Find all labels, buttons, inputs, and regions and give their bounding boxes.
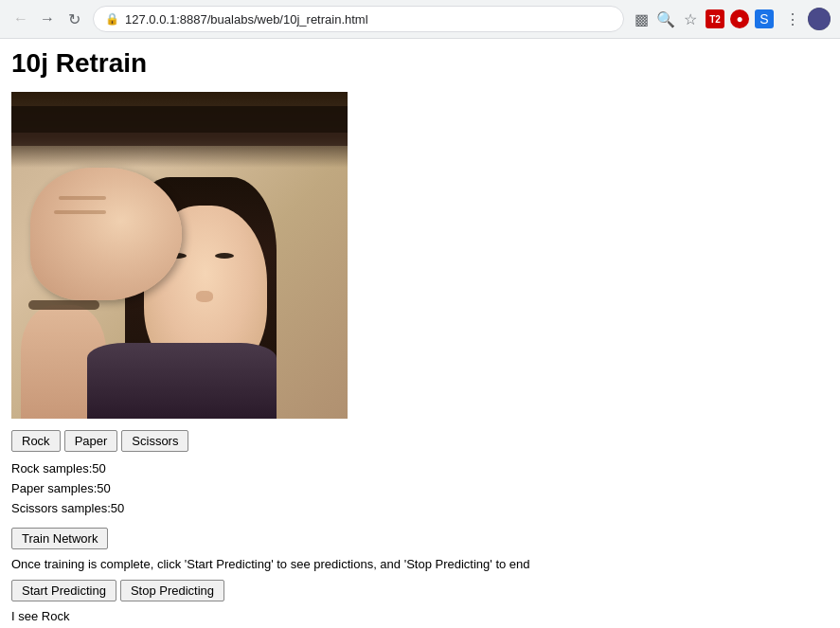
class-buttons-row: Rock Paper Scissors bbox=[11, 430, 829, 452]
prediction-result: I see Rock bbox=[11, 609, 829, 623]
samples-info: Rock samples:50 Paper samples:50 Scissor… bbox=[11, 459, 829, 518]
page-title: 10j Retrain bbox=[11, 48, 829, 79]
search-icon[interactable]: 🔍 bbox=[656, 9, 675, 28]
scissors-samples: Scissors samples:50 bbox=[11, 499, 829, 519]
webcam-placeholder bbox=[11, 92, 348, 419]
reload-button[interactable]: ↻ bbox=[63, 8, 85, 30]
instruction-text: Once training is complete, click 'Start … bbox=[11, 555, 829, 574]
train-network-button[interactable]: Train Network bbox=[11, 528, 108, 549]
lock-icon: 🔒 bbox=[105, 12, 119, 26]
rock-samples: Rock samples:50 bbox=[11, 459, 829, 479]
rock-button[interactable]: Rock bbox=[11, 430, 61, 452]
page-content: 10j Retrain bbox=[0, 39, 840, 628]
browser-toolbar: ← → ↻ 🔒 127.0.0.1:8887/bualabs/web/10j_r… bbox=[0, 0, 840, 38]
hand bbox=[30, 168, 182, 300]
train-button-container: Train Network bbox=[11, 522, 829, 555]
video-icon[interactable]: ▩ bbox=[632, 9, 651, 28]
profile-icon[interactable] bbox=[808, 8, 831, 30]
url-text: 127.0.0.1:8887/bualabs/web/10j_retrain.h… bbox=[125, 12, 612, 27]
ext2-icon[interactable]: ● bbox=[730, 9, 749, 28]
predict-buttons-row: Start Predicting Stop Predicting bbox=[11, 580, 829, 601]
webcam-feed bbox=[11, 92, 348, 419]
browser-chrome: ← → ↻ 🔒 127.0.0.1:8887/bualabs/web/10j_r… bbox=[0, 0, 840, 39]
star-icon[interactable]: ☆ bbox=[681, 9, 700, 28]
nav-buttons: ← → ↻ bbox=[9, 8, 85, 30]
address-bar[interactable]: 🔒 127.0.0.1:8887/bualabs/web/10j_retrain… bbox=[93, 6, 624, 32]
ext3-icon[interactable]: S bbox=[755, 9, 774, 28]
paper-button[interactable]: Paper bbox=[64, 430, 118, 452]
stop-predicting-button[interactable]: Stop Predicting bbox=[120, 580, 224, 601]
browser-extensions: ▩ 🔍 ☆ T2 ● S ⋮ bbox=[632, 8, 831, 30]
ext1-icon[interactable]: T2 bbox=[706, 9, 724, 28]
menu-icon[interactable]: ⋮ bbox=[783, 9, 802, 28]
forward-button[interactable]: → bbox=[36, 8, 59, 30]
back-button[interactable]: ← bbox=[9, 8, 32, 30]
start-predicting-button[interactable]: Start Predicting bbox=[11, 580, 116, 601]
paper-samples: Paper samples:50 bbox=[11, 479, 829, 499]
scissors-button[interactable]: Scissors bbox=[121, 430, 188, 452]
